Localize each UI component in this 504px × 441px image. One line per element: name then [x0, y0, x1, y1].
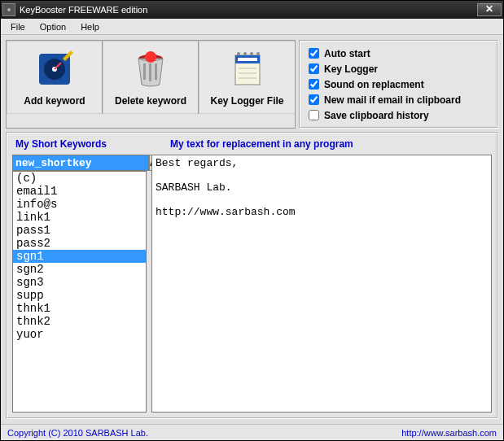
content-area: Add keyword Delete — [1, 35, 503, 424]
svg-rect-6 — [149, 63, 151, 81]
app-window: KeyBooster FREEWARE edition ✕ File Optio… — [0, 0, 504, 441]
add-keyword-label: Add keyword — [24, 95, 85, 107]
menu-option[interactable]: Option — [33, 20, 72, 33]
list-item[interactable]: sgn1 — [13, 250, 146, 263]
copyright-text: Copyright (C) 2010 SARBASH Lab. — [7, 428, 148, 438]
menu-file[interactable]: File — [4, 20, 32, 33]
svg-point-8 — [145, 51, 156, 63]
check-sound[interactable]: Sound on replacment — [309, 77, 489, 91]
list-item[interactable]: pass2 — [13, 237, 146, 250]
replacement-textarea[interactable] — [151, 155, 492, 413]
keyword-list[interactable]: (c)email1info@slink1pass1pass2sgn1sgn2sg… — [12, 171, 147, 413]
list-item[interactable]: sgn3 — [13, 276, 146, 289]
sound-checkbox[interactable] — [309, 79, 319, 90]
list-item[interactable]: email1 — [13, 185, 146, 198]
titlebar[interactable]: KeyBooster FREEWARE edition ✕ — [1, 1, 503, 19]
add-keyword-button[interactable]: Add keyword — [7, 41, 103, 114]
list-item[interactable]: thnk1 — [13, 302, 146, 315]
top-panels: Add keyword Delete — [6, 40, 498, 129]
save-clipboard-label: Save clipboard history — [324, 110, 429, 121]
list-item[interactable]: pass1 — [13, 224, 146, 237]
shortkey-input[interactable] — [12, 155, 149, 171]
list-item[interactable]: link1 — [13, 211, 146, 224]
section-headers: My Short Keywords My text for replacemen… — [12, 133, 492, 155]
keywords-section: My Short Keywords My text for replacemen… — [6, 132, 498, 419]
keywords-header: My Short Keywords — [15, 138, 170, 150]
window-title: KeyBooster FREEWARE edition — [20, 5, 477, 15]
auto-start-checkbox[interactable] — [309, 48, 319, 59]
trash-icon — [130, 49, 171, 92]
list-item[interactable]: yuor — [13, 328, 146, 341]
replacement-header: My text for replacement in any program — [170, 138, 353, 150]
key-logger-label: Key Logger — [324, 63, 378, 75]
list-item[interactable]: info@s — [13, 198, 146, 211]
delete-keyword-label: Delete keyword — [115, 95, 186, 107]
split-layout: ADD (c)email1info@slink1pass1pass2sgn1sg… — [12, 155, 492, 413]
menu-help[interactable]: Help — [74, 20, 106, 33]
statusbar: Copyright (C) 2010 SARBASH Lab. http://w… — [1, 424, 503, 440]
delete-keyword-button[interactable]: Delete keyword — [103, 41, 199, 114]
check-new-mail[interactable]: New mail if email in clipboard — [309, 93, 489, 107]
check-auto-start[interactable]: Auto start — [309, 46, 489, 60]
key-logger-file-label: Key Logger File — [210, 95, 283, 107]
list-item[interactable]: sgn2 — [13, 263, 146, 276]
svg-point-16 — [243, 52, 247, 55]
list-item[interactable]: thnk2 — [13, 315, 146, 328]
menubar: File Option Help — [1, 19, 503, 35]
auto-start-label: Auto start — [324, 48, 370, 59]
check-key-logger[interactable]: Key Logger — [309, 62, 489, 76]
check-save-clipboard[interactable]: Save clipboard history — [309, 108, 489, 122]
app-icon — [2, 3, 15, 16]
notepad-icon — [227, 49, 268, 92]
list-item[interactable]: (c) — [13, 172, 146, 185]
svg-point-17 — [250, 52, 253, 55]
svg-rect-11 — [238, 58, 257, 61]
svg-rect-7 — [155, 63, 157, 80]
options-panel: Auto start Key Logger Sound on replacmen… — [299, 40, 498, 129]
toolbar: Add keyword Delete — [6, 40, 296, 129]
gauge-icon — [34, 49, 75, 92]
svg-point-18 — [256, 52, 260, 55]
close-button[interactable]: ✕ — [477, 3, 502, 16]
key-logger-file-button[interactable]: Key Logger File — [199, 41, 295, 114]
sound-label: Sound on replacment — [324, 79, 424, 90]
svg-point-15 — [237, 52, 240, 55]
svg-rect-5 — [143, 63, 146, 80]
new-mail-label: New mail if email in clipboard — [324, 94, 461, 106]
key-logger-checkbox[interactable] — [309, 63, 319, 74]
left-column: ADD (c)email1info@slink1pass1pass2sgn1sg… — [12, 155, 147, 413]
shortkey-input-row: ADD — [12, 155, 147, 171]
new-mail-checkbox[interactable] — [309, 94, 319, 105]
footer-link[interactable]: http://www.sarbash.com — [401, 428, 497, 438]
list-item[interactable]: supp — [13, 289, 146, 302]
save-clipboard-checkbox[interactable] — [309, 110, 319, 120]
